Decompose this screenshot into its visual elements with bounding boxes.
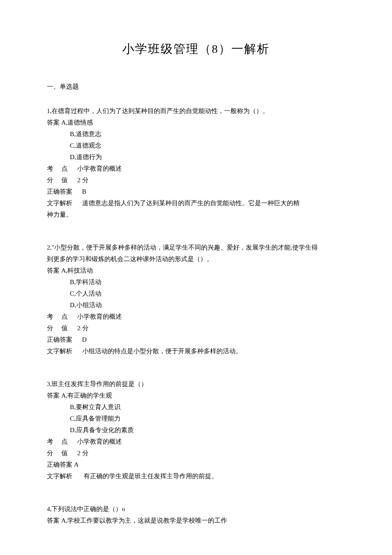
document-title: 小学班级管理（8）一解析 bbox=[47, 38, 345, 60]
option-c: C,个人活动 bbox=[47, 288, 345, 299]
score-row: 分 值 2 分 bbox=[47, 447, 345, 459]
topic-value: 小学教育的概述 bbox=[77, 311, 122, 323]
score-value: 2 分 bbox=[77, 447, 88, 459]
answer-prefix: 答案 A, bbox=[47, 119, 67, 126]
answer-prefix: 答案 A, bbox=[47, 267, 67, 274]
answer-a-line: 答案 A,有正确的学生观 bbox=[47, 390, 345, 401]
question-2: 2,"小型分散，便于开展多种多样的活动，满足学生不同的兴趣、爱好，发展学生的才能… bbox=[47, 242, 345, 357]
option-a-text: 学校工作要以教学为主，这就是说教学是学校唯一的工作 bbox=[67, 517, 227, 524]
correct-value: D bbox=[82, 334, 87, 346]
explain-row: 文字解析 道德意志是指人们为了达到某种目的而产生的自觉能动性。它是一种巨大的精 bbox=[47, 198, 345, 209]
explain-continuation: 神力量。 bbox=[47, 209, 345, 221]
question-stem-line2: 到更多的学习和锻炼的机会二这种课外活动的形式是（）。 bbox=[47, 253, 345, 265]
explain-value: 小组活动的特点是小型分散，便于开展多种多样的活动。 bbox=[82, 346, 242, 357]
option-d: D,道德行为 bbox=[47, 151, 345, 163]
option-b: B,学科活动 bbox=[47, 276, 345, 288]
topic-label: 考 点 bbox=[47, 311, 68, 323]
topic-value bbox=[68, 163, 78, 174]
q4-stem: 下列说法中正确的是（）o bbox=[52, 506, 125, 512]
topic-row: 考 点 小学教育的概述 bbox=[47, 311, 345, 323]
option-c: C,道德观念 bbox=[47, 140, 345, 151]
q1-stem: 在德育过程中，人们为了达到某种目的而产生的自觉能动性，一般称为（）。 bbox=[52, 108, 269, 114]
score-value: 2 分 bbox=[77, 174, 88, 186]
score-label: 分 值 bbox=[47, 447, 68, 459]
answer-prefix: 答案 A, bbox=[47, 392, 67, 399]
answer-a-line: 答案 A,道德情感 bbox=[47, 117, 345, 128]
q1-number: 1, bbox=[47, 108, 52, 114]
correct-value: B bbox=[82, 186, 86, 198]
option-a-text: 科技活动 bbox=[67, 267, 93, 274]
correct-row: 正确答案 B bbox=[47, 186, 345, 198]
option-d: D,应具备专业化的素质 bbox=[47, 424, 345, 436]
answer-a-line: 答案 A,科技活动 bbox=[47, 265, 345, 276]
correct-row: 正确答案 A bbox=[47, 459, 345, 471]
correct-label: 正确答案 bbox=[47, 334, 72, 346]
score-label: 分 值 bbox=[47, 174, 68, 186]
question-stem: 4,下列说法中正确的是（）o bbox=[47, 503, 345, 515]
option-b: B,要树立育人意识 bbox=[47, 401, 345, 413]
q4-number: 4, bbox=[47, 506, 52, 512]
explain-value: 道德意志是指人们为了达到某种目的而产生的自觉能动性。它是一种巨大的精 bbox=[82, 198, 300, 209]
topic-label: 考 点 bbox=[47, 436, 68, 447]
correct-label: 正确答案 bbox=[47, 186, 72, 198]
explain-value: 有正确的学生观是班主任发挥主导作用的前提。 bbox=[84, 471, 218, 482]
topic-label: 考 点 bbox=[47, 163, 68, 174]
question-1: 1,在德育过程中，人们为了达到某种目的而产生的自觉能动性，一般称为（）。 答案 … bbox=[47, 105, 345, 221]
explain-label: 文字解析 bbox=[47, 471, 72, 482]
question-stem-line1: 2,"小型分散，便于开展多种多样的活动，满足学生不同的兴趣、爱好，发展学生的才能… bbox=[47, 242, 345, 253]
answer-prefix: 答案 A, bbox=[47, 517, 67, 524]
explain-row: 文字解析 有正确的学生观是班主任发挥主导作用的前提。 bbox=[47, 471, 345, 482]
explain-label: 文字解析 bbox=[47, 346, 72, 357]
option-b: B,道德意志 bbox=[47, 128, 345, 140]
question-4: 4,下列说法中正确的是（）o 答案 A,学校工作要以教学为主，这就是说教学是学校… bbox=[47, 503, 345, 526]
topic-row: 考 点 小学教育的概述 bbox=[47, 163, 345, 174]
score-value: 2 分 bbox=[77, 323, 88, 334]
question-stem: 3,班主任发挥主导作用的前提是（） bbox=[47, 378, 345, 390]
correct-row: 正确答案 D bbox=[47, 334, 345, 346]
section-header: 一、单选题 bbox=[47, 81, 345, 93]
topic-value: 小学教育的概述 bbox=[77, 436, 122, 447]
option-a-text: 有正确的学生观 bbox=[67, 392, 112, 399]
score-row: 分 值 2 分 bbox=[47, 323, 345, 334]
correct-label: 正确答案 A bbox=[47, 459, 79, 471]
answer-a-line: 答案 A,学校工作要以教学为主，这就是说教学是学校唯一的工作 bbox=[47, 515, 345, 526]
question-3: 3,班主任发挥主导作用的前提是（） 答案 A,有正确的学生观 B,要树立育人意识… bbox=[47, 378, 345, 482]
score-row: 分 值 2 分 bbox=[47, 174, 345, 186]
option-a-text: 道德情感 bbox=[67, 119, 93, 126]
topic-row: 考 点 小学教育的概述 bbox=[47, 436, 345, 447]
explain-label: 文字解析 bbox=[47, 198, 72, 209]
question-stem: 1,在德育过程中，人们为了达到某种目的而产生的自觉能动性，一般称为（）。 bbox=[47, 105, 345, 117]
q3-number: 3, bbox=[47, 381, 52, 387]
q3-stem: 班主任发挥主导作用的前提是（） bbox=[52, 381, 147, 387]
option-c: C,应具备管理能力 bbox=[47, 413, 345, 424]
explain-row: 文字解析 小组活动的特点是小型分散，便于开展多种多样的活动。 bbox=[47, 346, 345, 357]
score-label: 分 值 bbox=[47, 323, 68, 334]
option-d: D,小组活动 bbox=[47, 299, 345, 311]
